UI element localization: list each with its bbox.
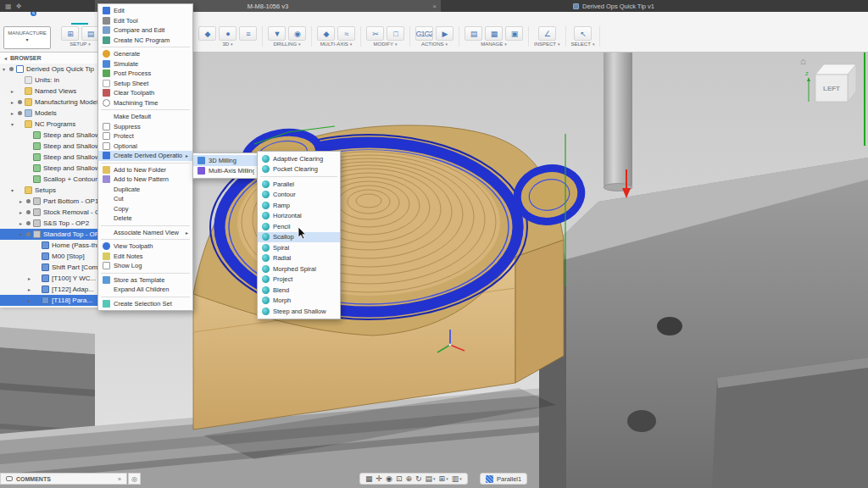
expand-arrow-icon[interactable]: ▸ [19,209,26,215]
dock-item[interactable]: ▦ [365,475,373,483]
menu-item[interactable]: Create NC Program ▸ [98,36,192,46]
templates-icon[interactable]: ▦ [485,26,503,41]
pocket-clearing-icon[interactable]: ● [219,26,236,41]
menu-item[interactable]: Copy ▸ [98,204,192,214]
menu-item[interactable]: ▸ [260,176,337,177]
workspace-selector[interactable]: MANUFACTURE ▾ [3,26,51,49]
expand-arrow-icon[interactable]: ▸ [28,275,35,281]
generation-status[interactable]: Parallel1 [480,473,527,485]
simulate-icon[interactable]: ▶ [436,26,453,41]
expand-arrow-icon[interactable]: ▸ [19,198,26,204]
expand-arrow-icon[interactable]: ▸ [28,286,35,292]
menu-item[interactable]: Store as Template ▸ [98,275,192,286]
dock-item[interactable]: ↻ [415,475,422,483]
ribbon-tab[interactable] [71,21,88,25]
menu-item[interactable]: Post Process ▸ [98,69,192,79]
app-grid-icon[interactable]: ▦ [5,3,12,10]
marking-menu-icon[interactable]: ◎ [128,473,141,485]
ribbon-group-label[interactable]: MULTI-AXIS▾ [320,42,353,47]
flow-icon[interactable]: ≈ [337,26,355,41]
expand-arrow-icon[interactable]: ▸ [19,220,26,226]
menu-item[interactable]: Machining Time ▸ [98,98,192,108]
dock-item[interactable]: ⊞ [439,475,448,483]
expand-arrow-icon[interactable]: ▸ [28,297,35,303]
menu-item[interactable]: Make Default ▸ [98,112,192,122]
expand-arrow-icon[interactable]: ▾ [11,121,18,127]
ribbon-tab[interactable] [222,23,239,25]
menu-item[interactable]: Simulate ▸ [98,59,192,69]
menu-item[interactable]: Multi-Axis Milling ▸ [193,166,264,177]
view-cube[interactable]: ⌂ Z LEFT [797,53,865,117]
menu-item[interactable]: Pocket Clearing ▸ [258,164,340,175]
ribbon-group-label[interactable]: MODIFY▾ [374,42,398,47]
expand-arrow-icon[interactable]: ▸ [11,110,18,116]
tool-library-icon[interactable]: ▤ [465,26,482,41]
menu-item[interactable]: Compare and Edit ▸ [98,25,192,36]
expand-icon[interactable]: » [118,476,121,482]
menu-item[interactable]: Add to New Pattern ▸ [98,175,192,185]
visibility-dot-icon[interactable] [26,199,31,203]
tab-close-icon[interactable]: × [432,3,437,10]
post-process-icon[interactable]: G1G2 [415,26,433,41]
menu-item[interactable]: ▸ [101,47,190,47]
visibility-dot-icon[interactable] [9,67,14,71]
menu-item[interactable]: ▸ [101,163,190,164]
dock-item[interactable]: ⊕ [405,475,412,483]
expand-arrow-icon[interactable]: ▾ [19,231,26,237]
ribbon-group-label[interactable]: ACTIONS▾ [421,42,448,47]
visibility-dot-icon[interactable] [18,100,22,104]
measure-icon[interactable]: ∠ [538,26,556,41]
menu-item[interactable]: Radial ▸ [258,253,340,264]
menu-item[interactable]: Blend ▸ [258,285,340,296]
menu-item[interactable]: Expand All Children ▸ [98,285,192,295]
menu-item[interactable]: Project ▸ [258,274,340,286]
select-icon[interactable]: ↖ [574,26,592,41]
menu-item[interactable]: 3D Milling ▸ [193,155,264,166]
expand-arrow-icon[interactable]: ▸ [11,88,18,94]
menu-item[interactable]: ▸ [101,239,190,240]
menu-item[interactable]: Edit Tool ▸ [98,16,192,26]
menu-item[interactable]: Associate Named View ▸ [98,228,192,238]
visibility-dot-icon[interactable] [26,221,31,225]
menu-item[interactable]: Add to New Folder ▸ [98,165,192,175]
menu-item[interactable]: Suppress ▸ [98,122,192,132]
transform-icon[interactable]: □ [387,26,404,41]
visibility-dot-icon[interactable] [26,210,31,214]
adaptive-clearing-icon[interactable]: ◆ [198,26,216,41]
menu-item[interactable]: Delete ▸ [98,214,192,224]
menu-item[interactable]: Duplicate ▸ [98,185,192,195]
bore-icon[interactable]: ◉ [288,26,306,41]
menu-item[interactable]: Show Log ▸ [98,261,192,271]
ribbon-group-label[interactable]: SELECT▾ [571,42,595,47]
ribbon-group-label[interactable]: DRILLING▾ [273,42,300,47]
ribbon-group-label[interactable]: 3D▾ [222,42,232,47]
dock-item[interactable]: ▤ [426,475,436,483]
menu-item[interactable]: Setup Sheet ▸ [98,79,192,89]
visibility-dot-icon[interactable] [26,232,31,236]
menu-item[interactable]: ▸ [101,225,190,226]
menu-item[interactable]: Create Derived Operation ▸ [98,151,192,161]
dock-item[interactable]: ⊡ [396,475,403,483]
menu-item[interactable]: Optional ▸ [98,141,192,152]
parallel-icon[interactable]: ≡ [239,26,257,41]
cutting-tool[interactable] [604,51,632,198]
menu-item[interactable]: Edit Notes ▸ [98,252,192,262]
menu-item[interactable]: Generate ▸ [98,49,192,59]
expand-arrow-icon[interactable]: ▾ [3,66,9,72]
setup-folder-icon[interactable]: ▤ [81,26,99,41]
menu-item[interactable]: Contour ▸ [258,190,340,201]
menu-item[interactable]: Horizontal ▸ [258,211,340,222]
menu-item[interactable]: Adaptive Clearing ▸ [258,153,340,164]
dock-item[interactable]: ◉ [386,475,392,483]
menu-item[interactable]: ▸ [101,273,190,274]
menu-item[interactable]: Clear Toolpath ▸ [98,88,192,98]
menu-item[interactable]: Ramp ▸ [258,200,340,211]
new-setup-icon[interactable]: ⊞ [61,26,79,41]
menu-item[interactable]: Protect ▸ [98,131,192,141]
dock-item[interactable]: ✛ [376,475,383,483]
menu-item[interactable]: Morphed Spiral ▸ [258,263,340,274]
visibility-dot-icon[interactable] [18,111,22,115]
collapse-arrow-icon[interactable]: ◂ [4,55,7,61]
menu-item[interactable]: ▸ [101,297,190,297]
menu-item[interactable]: View Toolpath ▸ [98,241,192,252]
